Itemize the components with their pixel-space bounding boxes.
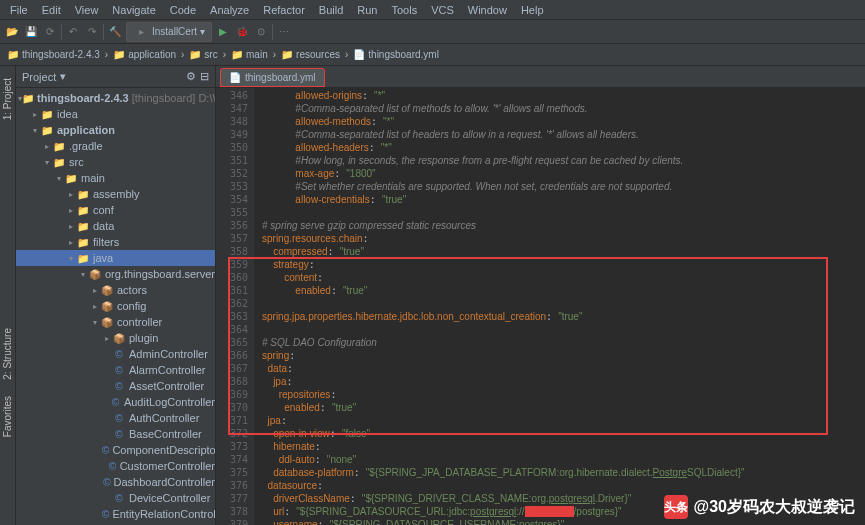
separator: [272, 24, 273, 40]
more-icon[interactable]: ⋯: [276, 24, 292, 40]
tree-item[interactable]: ▸📁conf: [16, 202, 215, 218]
class-icon: ©: [108, 459, 117, 473]
bc-item[interactable]: 📁resources: [278, 49, 343, 61]
project-tool-tab[interactable]: 1: Project: [2, 78, 13, 120]
menu-vcs[interactable]: VCS: [425, 2, 460, 18]
separator: [61, 24, 62, 40]
gear-icon[interactable]: ⚙: [186, 70, 196, 83]
tool-window-bar: 1: Project 2: Structure Favorites: [0, 66, 16, 525]
run-config-selector[interactable]: ▸ InstallCert ▾: [126, 22, 212, 42]
tree-item[interactable]: ▾📁java: [16, 250, 215, 266]
menu-view[interactable]: View: [69, 2, 105, 18]
editor-tab[interactable]: 📄 thingsboard.yml: [220, 68, 325, 87]
folder-icon: 📁: [22, 91, 34, 105]
editor: 📄 thingsboard.yml 346 347 348 349 350 35…: [216, 66, 865, 525]
menu-window[interactable]: Window: [462, 2, 513, 18]
class-icon: ©: [102, 443, 109, 457]
run-icon[interactable]: ▶: [215, 24, 231, 40]
tree-item[interactable]: ▾📦org.thingsboard.server: [16, 266, 215, 282]
tree-item[interactable]: ▾📁src: [16, 154, 215, 170]
menu-help[interactable]: Help: [515, 2, 550, 18]
structure-tool-tab[interactable]: 2: Structure: [2, 328, 13, 380]
sidebar-header: Project ▾ ⚙ ⊟: [16, 66, 215, 88]
menu-tools[interactable]: Tools: [385, 2, 423, 18]
package-icon: 📦: [88, 267, 102, 281]
project-sidebar: Project ▾ ⚙ ⊟ ▾📁thingsboard-2.4.3 [thing…: [16, 66, 216, 525]
class-icon: ©: [112, 363, 126, 377]
tree-root[interactable]: ▾📁thingsboard-2.4.3 [thingsboard] D:\WIN…: [16, 90, 215, 106]
tree-item[interactable]: ▸📁.gradle: [16, 138, 215, 154]
menu-navigate[interactable]: Navigate: [106, 2, 161, 18]
favorites-tool-tab[interactable]: Favorites: [2, 396, 13, 437]
separator: [103, 24, 104, 40]
refresh-icon[interactable]: ⟳: [42, 24, 58, 40]
tree-item[interactable]: ▸📦plugin: [16, 330, 215, 346]
folder-icon: 📁: [40, 123, 54, 137]
class-icon: ©: [112, 491, 126, 505]
bc-item[interactable]: 📁src: [186, 49, 220, 61]
folder-icon: 📁: [189, 49, 201, 61]
menu-build[interactable]: Build: [313, 2, 349, 18]
package-icon: 📦: [100, 299, 114, 313]
tree-item[interactable]: ▾📁main: [16, 170, 215, 186]
menu-refactor[interactable]: Refactor: [257, 2, 311, 18]
tree-item[interactable]: ▸📁data: [16, 218, 215, 234]
tree-item[interactable]: ©AlarmController: [16, 362, 215, 378]
bc-file[interactable]: 📄thingsboard.yml: [350, 49, 442, 61]
tab-label: thingsboard.yml: [245, 72, 316, 83]
tree-item[interactable]: ©AuthController: [16, 410, 215, 426]
menu-analyze[interactable]: Analyze: [204, 2, 255, 18]
code-area[interactable]: 346 347 348 349 350 351 352 353 354 355 …: [216, 88, 865, 525]
tree-item[interactable]: ▸📦config: [16, 298, 215, 314]
undo-icon[interactable]: ↶: [65, 24, 81, 40]
file-icon: 📄: [229, 72, 241, 83]
redacted: xxxxx: [525, 506, 574, 517]
open-icon[interactable]: 📂: [4, 24, 20, 40]
save-icon[interactable]: 💾: [23, 24, 39, 40]
stop-icon[interactable]: ⊙: [253, 24, 269, 40]
tree-item[interactable]: ©DeviceController: [16, 490, 215, 506]
project-tree[interactable]: ▾📁thingsboard-2.4.3 [thingsboard] D:\WIN…: [16, 88, 215, 525]
code-content[interactable]: allowed-origins: "*" #Comma-separated li…: [254, 88, 865, 525]
chevron-down-icon[interactable]: ▾: [60, 70, 66, 83]
folder-icon: 📁: [76, 251, 90, 265]
debug-icon[interactable]: 🐞: [234, 24, 250, 40]
redo-icon[interactable]: ↷: [84, 24, 100, 40]
package-icon: 📦: [100, 315, 114, 329]
bc-root[interactable]: 📁thingsboard-2.4.3: [4, 49, 103, 61]
sidebar-title: Project: [22, 71, 56, 83]
folder-icon: 📁: [76, 187, 90, 201]
menu-edit[interactable]: Edit: [36, 2, 67, 18]
collapse-icon[interactable]: ⊟: [200, 70, 209, 83]
menu-run[interactable]: Run: [351, 2, 383, 18]
tree-item[interactable]: ©AuditLogController: [16, 394, 215, 410]
bc-item[interactable]: 📁application: [110, 49, 179, 61]
watermark: 头条 @30岁码农大叔逆袭记: [664, 495, 855, 519]
tree-item[interactable]: ▸📦actors: [16, 282, 215, 298]
tree-item[interactable]: ©AdminController: [16, 346, 215, 362]
tree-item[interactable]: ▸📁filters: [16, 234, 215, 250]
tree-item[interactable]: ▾📁application: [16, 122, 215, 138]
tree-item[interactable]: ©ComponentDescriptorCon: [16, 442, 215, 458]
tree-item[interactable]: ©CustomerController: [16, 458, 215, 474]
class-icon: ©: [102, 507, 109, 521]
menu-code[interactable]: Code: [164, 2, 202, 18]
menu-file[interactable]: File: [4, 2, 34, 18]
build-icon[interactable]: 🔨: [107, 24, 123, 40]
folder-icon: 📁: [76, 235, 90, 249]
tree-item[interactable]: ©EntityRelationController: [16, 506, 215, 522]
package-icon: 📦: [100, 283, 114, 297]
tree-item[interactable]: ©AssetController: [16, 378, 215, 394]
class-icon: ©: [112, 411, 126, 425]
folder-icon: 📁: [52, 155, 66, 169]
tree-item[interactable]: ▸📁assembly: [16, 186, 215, 202]
tree-item[interactable]: ©DashboardController: [16, 474, 215, 490]
file-icon: 📄: [353, 49, 365, 61]
class-icon: ©: [112, 379, 126, 393]
bc-item[interactable]: 📁main: [228, 49, 271, 61]
tree-item[interactable]: ▸📁idea: [16, 106, 215, 122]
tree-item[interactable]: ©BaseController: [16, 426, 215, 442]
breadcrumb: 📁thingsboard-2.4.3› 📁application› 📁src› …: [0, 44, 865, 66]
folder-icon: 📁: [281, 49, 293, 61]
tree-item[interactable]: ▾📦controller: [16, 314, 215, 330]
